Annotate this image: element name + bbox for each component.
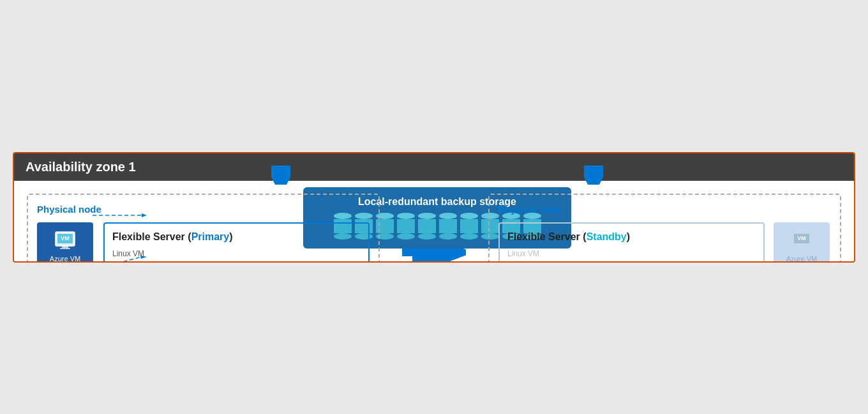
right-physical-node: Physical node Flexible Server (Standby) … [488, 194, 841, 263]
left-app-icons-col: VM Azure VM [37, 222, 94, 263]
diagram-body: Physical node [14, 181, 854, 261]
diagram-inner: Physical node [27, 194, 841, 249]
left-node-inner: VM Azure VM [37, 222, 370, 263]
right-node-inner: Flexible Server (Standby) Linux VM My [498, 222, 831, 263]
left-backup-arrow [271, 165, 290, 185]
right-azure-vm-icon: VM Azure VM [774, 222, 830, 263]
azure-vm-svg: VM [54, 229, 77, 252]
right-app-icons-col: VM Azure VM [774, 222, 831, 263]
right-backup-arrow [584, 165, 603, 185]
right-server-title: Flexible Server (Standby) [507, 231, 756, 243]
right-azure-vm-label: Azure VM [786, 255, 817, 263]
svg-rect-4 [60, 248, 70, 249]
left-physical-node: Physical node [27, 194, 380, 263]
primary-label: Primary [191, 231, 230, 242]
bkp-cyl-4 [397, 213, 415, 240]
left-server-title: Flexible Server (Primary) [112, 231, 361, 243]
svg-text:VM: VM [61, 235, 70, 241]
left-azure-vm-icon: VM Azure VM [37, 222, 93, 263]
svg-text:VM: VM [797, 235, 806, 241]
svg-rect-3 [62, 246, 68, 248]
right-node-label: Physical node [498, 204, 831, 215]
bkp-cyl-6 [439, 213, 457, 240]
azure-vm-label: Azure VM [50, 255, 80, 263]
bkp-cyl-7 [460, 213, 478, 240]
left-flex-server-box: Flexible Server (Primary) Linux VM My [103, 222, 370, 263]
standby-label: Standby [587, 231, 627, 242]
diagram-wrapper: Availability zone 1 Physical node [13, 152, 855, 263]
bkp-cyl-5 [418, 213, 436, 240]
right-linux-vm-label: Linux VM [507, 249, 756, 258]
left-linux-vm-label: Linux VM [112, 249, 361, 258]
left-node-label: Physical node [37, 204, 370, 215]
right-azure-vm-svg: VM [790, 229, 813, 252]
right-flex-server-box: Flexible Server (Standby) Linux VM My [498, 222, 765, 263]
